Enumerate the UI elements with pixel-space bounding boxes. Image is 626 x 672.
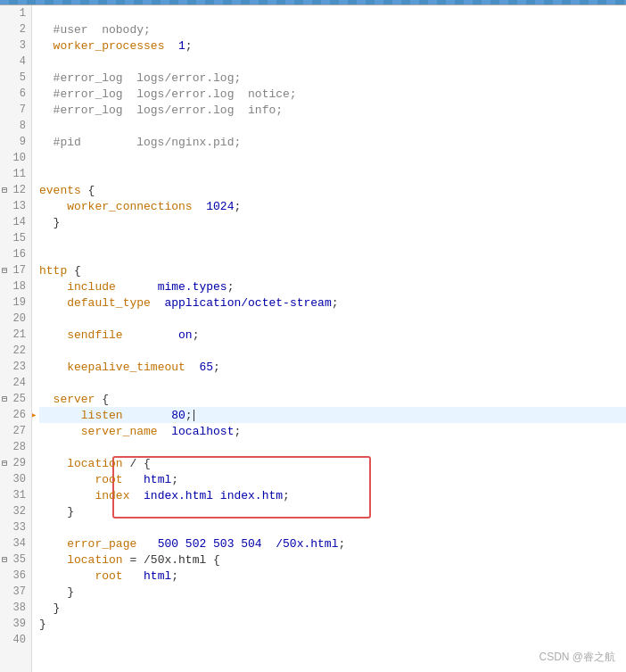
line-number-28: 28 [0, 439, 31, 455]
code-line-11 [39, 166, 626, 182]
line-number-34: 34 [0, 535, 31, 552]
code-line-30: root html; [39, 471, 626, 487]
fold-icon-35[interactable]: ⊟ [2, 554, 7, 565]
line-number-5: 5 [0, 70, 31, 86]
line-number-1: 1 [0, 5, 31, 21]
line-content-40 [39, 634, 46, 647]
line-number-27: 27 [0, 423, 31, 439]
code-line-7: #error_log logs/error.log info; [39, 102, 626, 118]
editor-container: 1234567891011⊟1213141516⊟171819202122232… [0, 0, 626, 672]
code-line-16 [39, 246, 626, 262]
line-content-4 [39, 55, 46, 69]
code-line-37: } [39, 584, 626, 600]
code-line-5: #error_log logs/error.log; [39, 70, 626, 86]
line-content-3: worker_processes 1; [39, 39, 193, 53]
code-line-21: sendfile on; [39, 327, 626, 343]
line-content-16 [39, 248, 46, 261]
line-number-16: 16 [0, 246, 31, 262]
code-line-24 [39, 375, 626, 391]
line-number-4: 4 [0, 54, 31, 70]
fold-icon-25[interactable]: ⊟ [2, 394, 7, 404]
code-line-1 [39, 5, 626, 21]
line-number-18: 18 [0, 278, 31, 295]
line-number-25: ⊟25 [0, 391, 31, 407]
code-line-20 [39, 311, 626, 327]
code-line-10 [39, 150, 626, 166]
line-content-28 [39, 441, 46, 454]
line-number-11: 11 [0, 166, 31, 182]
line-content-10 [39, 152, 46, 165]
line-content-22 [39, 344, 46, 358]
code-line-39: } [39, 616, 626, 632]
line-number-39: 39 [0, 616, 31, 632]
code-line-8 [39, 118, 626, 134]
line-number-19: 19 [0, 295, 31, 311]
code-line-23: keepalive_timeout 65; [39, 359, 626, 375]
line-number-22: 22 [0, 343, 31, 359]
line-content-6: #error_log logs/error.log notice; [39, 87, 297, 101]
line-number-6: 6 [0, 86, 31, 102]
line-number-15: 15 [0, 230, 31, 246]
line-number-9: 9 [0, 134, 31, 150]
line-content-19: default_type application/octet-stream; [39, 296, 339, 310]
code-line-36: root html; [39, 568, 626, 584]
line-number-36: 36 [0, 568, 31, 584]
line-number-31: 31 [0, 487, 31, 503]
line-number-13: 13 [0, 198, 31, 214]
code-line-6: #error_log logs/error.log notice; [39, 86, 626, 102]
line-number-10: 10 [0, 150, 31, 166]
line-content-7: #error_log logs/error.log info; [39, 104, 283, 117]
line-number-3: 3 [0, 37, 31, 54]
line-number-35: ⊟35 [0, 552, 31, 568]
line-content-25: server { [39, 393, 109, 406]
line-content-12: events { [39, 184, 95, 197]
line-content-23: keepalive_timeout 65; [39, 361, 220, 374]
line-content-15 [39, 232, 46, 245]
line-number-20: 20 [0, 311, 31, 327]
code-line-29: location / { [39, 455, 626, 471]
code-line-25: server { [39, 391, 626, 407]
line-content-8 [39, 120, 46, 133]
line-content-34: error_page 500 502 503 504 /50x.html; [39, 537, 345, 551]
code-line-3: worker_processes 1; [39, 37, 626, 54]
code-line-38: } [39, 600, 626, 616]
line-number-37: 37 [0, 584, 31, 600]
line-number-21: 21 [0, 327, 31, 343]
line-number-14: 14 [0, 214, 31, 230]
line-number-2: 2 [0, 21, 31, 37]
line-content-29: location / { [39, 457, 151, 470]
code-line-13: worker_connections 1024; [39, 198, 626, 214]
code-line-27: server_name localhost; [39, 423, 626, 439]
fold-icon-12[interactable]: ⊟ [2, 185, 7, 195]
line-content-5: #error_log logs/error.log; [39, 71, 241, 85]
fold-icon-29[interactable]: ⊟ [2, 458, 7, 469]
line-content-37: } [39, 585, 74, 599]
line-content-2: #user nobody; [39, 23, 151, 37]
code-line-34: error_page 500 502 503 504 /50x.html; [39, 535, 626, 552]
line-content-11 [39, 168, 46, 181]
line-content-9: #pid logs/nginx.pid; [39, 136, 241, 149]
code-line-2: #user nobody; [39, 21, 626, 37]
line-content-35: location = /50x.html { [39, 553, 220, 567]
code-line-32: } [39, 503, 626, 519]
line-content-21: sendfile on; [39, 328, 199, 342]
line-content-14: } [39, 216, 60, 229]
code-line-17: http { [39, 262, 626, 278]
line-content-26: listen 80; [39, 409, 194, 422]
line-content-38: } [39, 601, 60, 615]
line-content-39: } [39, 618, 46, 631]
line-number-24: 24 [0, 375, 31, 391]
code-line-9: #pid logs/nginx.pid; [39, 134, 626, 150]
line-number-23: 23 [0, 359, 31, 375]
line-content-18: include mime.types; [39, 280, 234, 294]
watermark: CSDN @睿之航 [539, 650, 615, 665]
line-content-17: http { [39, 264, 81, 278]
fold-icon-17[interactable]: ⊟ [2, 265, 7, 276]
code-line-31: index index.html index.htm; [39, 487, 626, 503]
code-lines[interactable]: #user nobody; worker_processes 1; #error… [32, 5, 626, 672]
code-line-15 [39, 230, 626, 246]
code-line-14: } [39, 214, 626, 230]
line-content-27: server_name localhost; [39, 425, 241, 438]
line-number-30: 30 [0, 471, 31, 487]
code-area: 1234567891011⊟1213141516⊟171819202122232… [0, 5, 626, 672]
